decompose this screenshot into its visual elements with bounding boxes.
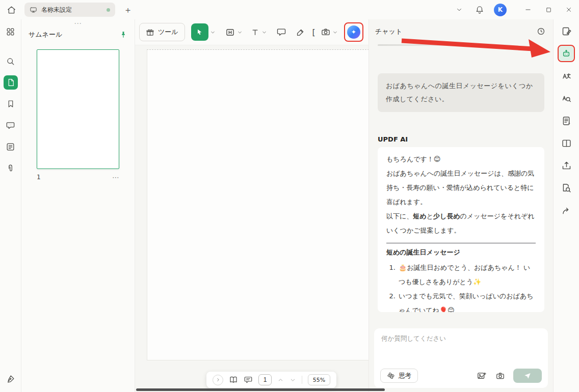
open-book-icon bbox=[229, 375, 238, 384]
new-tab-button[interactable]: ＋ bbox=[121, 3, 135, 16]
comment-bubble-icon bbox=[276, 27, 286, 37]
thumbnail-panel-title: サムネール bbox=[29, 30, 62, 39]
select-tool-chevron-icon[interactable] bbox=[210, 30, 216, 35]
sidebar-attachments-button[interactable] bbox=[4, 161, 18, 175]
ai-robot-icon bbox=[561, 48, 571, 59]
close-button[interactable] bbox=[559, 0, 579, 19]
ai-message-bubble: もちろんです！😊 おばあちゃんへの誕生日メッセージは、感謝の気持ち・長寿の願い・… bbox=[378, 147, 544, 312]
titlebar-right: K bbox=[452, 0, 579, 19]
sidebar-pen-button[interactable] bbox=[4, 372, 18, 386]
document-page[interactable] bbox=[147, 49, 369, 360]
horizontal-scrollbar-thumb[interactable] bbox=[136, 388, 385, 391]
image-add-icon[interactable] bbox=[477, 371, 486, 381]
camera-icon bbox=[321, 27, 331, 37]
thumbnail-more-button[interactable]: ⋯ bbox=[112, 173, 119, 181]
panel-ocr-button[interactable] bbox=[559, 91, 574, 106]
sidebar-comments-button[interactable] bbox=[4, 118, 18, 132]
ai-greeting: もちろんです！😊 bbox=[386, 152, 536, 166]
ai-message-list: 🎂お誕生日おめでとう、おばあちゃん！ いつも優しさをありがとう✨ いつまでも元気… bbox=[389, 261, 536, 312]
screenshot-camera-icon[interactable] bbox=[495, 371, 505, 381]
bracket-tool-icon[interactable]: [ bbox=[312, 27, 315, 37]
dropdown-button[interactable] bbox=[452, 3, 466, 17]
tab-title: 名称未設定 bbox=[41, 6, 72, 14]
expand-bar-button[interactable] bbox=[213, 375, 223, 385]
user-avatar[interactable]: K bbox=[494, 4, 507, 16]
annotations-view-button[interactable] bbox=[244, 375, 253, 384]
chevron-down-icon bbox=[456, 6, 463, 13]
list-item: 🎂お誕生日おめでとう、おばあちゃん！ いつも優しさをありがとう✨ bbox=[398, 261, 536, 289]
ai-assistant-toolbar-button[interactable]: ✦ bbox=[345, 23, 362, 41]
panel-export-button[interactable] bbox=[559, 158, 574, 173]
message-divider bbox=[386, 243, 536, 243]
panel-ai-assistant-button[interactable] bbox=[559, 46, 574, 61]
titlebar: 名称未設定 ＋ K bbox=[0, 0, 579, 19]
send-button[interactable] bbox=[513, 369, 542, 383]
page-number-input[interactable] bbox=[258, 374, 272, 385]
edit-tool-chevron-icon[interactable] bbox=[237, 30, 243, 35]
minimize-button[interactable] bbox=[518, 0, 538, 19]
updf-ai-logo-icon: ✦ bbox=[347, 25, 360, 39]
unsaved-indicator bbox=[107, 8, 110, 12]
h-box-icon bbox=[225, 27, 235, 38]
reading-mode-button[interactable] bbox=[229, 375, 238, 384]
ai-paragraph-2: 以下に、短めと少し長めのメッセージをそれぞれいくつかご提案します。 bbox=[386, 209, 536, 238]
user-message-bubble: おばあちゃんへの誕生日メッセージをいくつか作成してください。 bbox=[378, 73, 544, 112]
notifications-button[interactable] bbox=[472, 3, 487, 17]
thumbnail-caption: 1 ⋯ bbox=[37, 173, 119, 181]
bold-segment: 少し長め bbox=[433, 212, 460, 220]
home-button[interactable] bbox=[4, 3, 18, 17]
minimize-icon bbox=[524, 6, 532, 13]
sidebar-apps-button[interactable] bbox=[4, 24, 18, 39]
tools-button[interactable]: ツール bbox=[139, 23, 185, 41]
zoom-level-button[interactable]: 55% bbox=[308, 374, 330, 385]
next-page-button[interactable] bbox=[290, 377, 296, 383]
panel-reader-button[interactable] bbox=[559, 135, 574, 151]
sidebar-summary-button[interactable] bbox=[4, 139, 18, 154]
chat-input-icons bbox=[477, 371, 505, 381]
sidebar-search-button[interactable] bbox=[4, 54, 18, 68]
sidebar-bookmarks-button[interactable] bbox=[4, 97, 18, 111]
pen-nib-icon bbox=[6, 374, 15, 384]
panel-ai-form-button[interactable] bbox=[559, 113, 574, 128]
text-segment: と bbox=[427, 212, 433, 220]
previous-page-button[interactable] bbox=[277, 377, 284, 383]
screenshot-tool-chevron-icon[interactable] bbox=[332, 30, 338, 35]
thinking-mode-button[interactable]: 思考 bbox=[380, 369, 418, 383]
chat-input-toolbar: 思考 bbox=[380, 369, 542, 383]
thumbnail-page-number: 1 bbox=[37, 174, 41, 181]
sidebar-thumbnails-button[interactable] bbox=[4, 75, 18, 90]
document-lines-icon bbox=[6, 142, 15, 152]
translate-icon bbox=[561, 71, 572, 81]
thumbnails-icon bbox=[6, 78, 15, 87]
panel-translate-button[interactable] bbox=[559, 68, 574, 83]
send-icon bbox=[523, 372, 532, 380]
ai-paragraph-1: おばあちゃんへの誕生日メッセージは、感謝の気持ち・長寿の願い・愛情が込められてい… bbox=[386, 166, 536, 209]
panel-share-button[interactable] bbox=[559, 203, 574, 218]
chat-input-card: 思考 bbox=[374, 328, 548, 388]
panel-edit-button[interactable] bbox=[559, 23, 574, 39]
history-icon[interactable] bbox=[536, 26, 546, 36]
edit-tool-button[interactable] bbox=[225, 27, 235, 38]
export-icon bbox=[561, 160, 572, 171]
panel-drag-handle[interactable]: ⋯ bbox=[21, 21, 135, 26]
document-tab[interactable]: 名称未設定 bbox=[24, 3, 115, 17]
chat-input[interactable] bbox=[374, 328, 548, 360]
apps-grid-icon bbox=[6, 27, 15, 37]
page-thumbnail[interactable] bbox=[37, 49, 119, 169]
pin-icon[interactable] bbox=[119, 31, 127, 39]
chat-panel: チャット おばあちゃんへの誕生日メッセージをいくつか作成してください。 UPDF… bbox=[369, 19, 553, 392]
panel-search-button[interactable] bbox=[559, 180, 574, 195]
chat-divider bbox=[378, 44, 503, 46]
document-canvas: 55% bbox=[135, 45, 369, 392]
text-tool-icon bbox=[250, 27, 260, 37]
select-tool-button[interactable] bbox=[191, 23, 208, 41]
text-tool-chevron-icon[interactable] bbox=[261, 30, 267, 35]
maximize-button[interactable] bbox=[538, 0, 559, 19]
bell-icon bbox=[475, 5, 484, 14]
screenshot-tool-button[interactable] bbox=[321, 27, 331, 37]
text-tool-button[interactable] bbox=[250, 27, 260, 37]
ai-section-heading: 短めの誕生日メッセージ bbox=[386, 245, 536, 260]
highlighter-tool-button[interactable] bbox=[296, 27, 305, 37]
comment-tool-button[interactable] bbox=[276, 27, 286, 37]
tools-label: ツール bbox=[158, 27, 178, 37]
